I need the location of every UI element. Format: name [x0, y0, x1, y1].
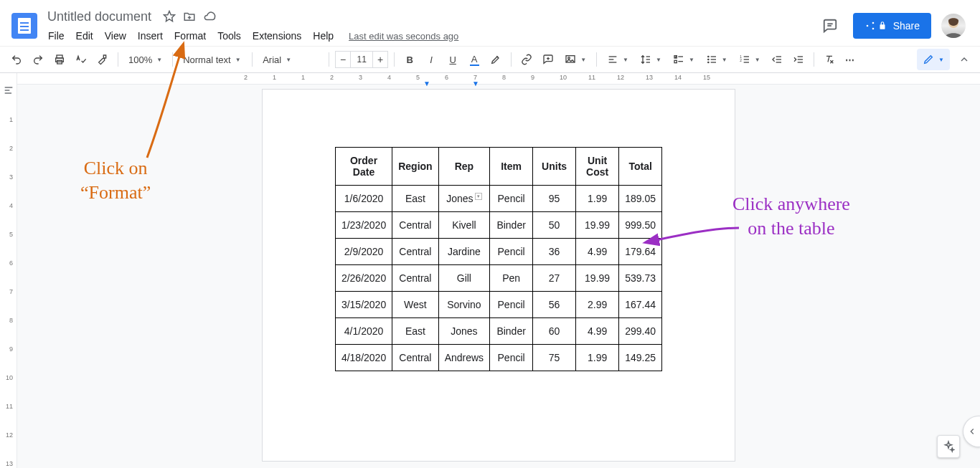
- table-cell[interactable]: Central: [392, 265, 438, 292]
- insert-link-button[interactable]: [517, 50, 536, 69]
- numbered-list-button[interactable]: 12▼: [735, 50, 765, 69]
- font-size-increase[interactable]: +: [372, 51, 388, 68]
- editing-mode-button[interactable]: ▼: [917, 49, 950, 70]
- font-select[interactable]: Arial▼: [258, 50, 323, 69]
- table-row[interactable]: 3/15/2020WestSorvinoPencil562.99167.44: [335, 292, 661, 318]
- table-cell[interactable]: Central: [392, 345, 438, 371]
- docs-home-button[interactable]: [6, 6, 43, 46]
- table-cell[interactable]: Pencil: [490, 239, 533, 265]
- line-spacing-button[interactable]: ▼: [636, 50, 666, 69]
- table-cell[interactable]: 539.73: [619, 265, 662, 292]
- table-cell[interactable]: 3/15/2020: [335, 292, 392, 318]
- table-row[interactable]: 2/9/2020CentralJardinePencil364.99179.64: [335, 239, 661, 265]
- italic-button[interactable]: I: [422, 50, 440, 69]
- table-cell[interactable]: 95: [533, 186, 576, 212]
- menu-edit[interactable]: Edit: [71, 27, 98, 44]
- spellcheck-button[interactable]: [72, 50, 90, 69]
- table-cell[interactable]: 1.99: [576, 186, 619, 212]
- table-header-cell[interactable]: OrderDate: [335, 148, 392, 186]
- table-cell[interactable]: Jones: [438, 318, 489, 345]
- table-cell[interactable]: 4.99: [576, 239, 619, 265]
- table-cell[interactable]: 299.40: [619, 318, 662, 345]
- table-row[interactable]: 4/1/2020EastJonesBinder604.99299.40: [335, 318, 661, 345]
- table-cell[interactable]: 4/1/2020: [335, 318, 392, 345]
- table-cell[interactable]: West: [392, 292, 438, 318]
- paragraph-style-select[interactable]: Normal text▼: [179, 50, 246, 69]
- underline-button[interactable]: U: [443, 50, 462, 69]
- last-edit-link[interactable]: Last edit was seconds ago: [349, 31, 458, 42]
- menu-view[interactable]: View: [100, 27, 131, 44]
- highlight-button[interactable]: [486, 50, 505, 69]
- table-cell[interactable]: 2/26/2020: [335, 265, 392, 292]
- table-header-cell[interactable]: Rep: [438, 148, 489, 186]
- table-cell[interactable]: Jardine: [438, 239, 489, 265]
- comments-history-button[interactable]: [817, 13, 843, 39]
- font-size-decrease[interactable]: −: [335, 51, 351, 68]
- hide-menus-button[interactable]: [956, 51, 973, 68]
- table-cell[interactable]: East: [392, 186, 438, 212]
- bold-button[interactable]: B: [400, 50, 419, 69]
- menu-extensions[interactable]: Extensions: [248, 27, 306, 44]
- table-row[interactable]: 4/18/2020CentralAndrewsPencil751.99149.2…: [335, 345, 661, 371]
- table-cell[interactable]: 4/18/2020: [335, 345, 392, 371]
- clear-formatting-button[interactable]: [820, 50, 839, 69]
- horizontal-ruler[interactable]: ▼ ▼ 21123456789101112131415: [17, 73, 980, 85]
- star-icon[interactable]: [163, 10, 176, 23]
- cloud-status-icon[interactable]: [203, 10, 216, 23]
- zoom-select[interactable]: 100%▼: [124, 50, 166, 69]
- checklist-button[interactable]: ▼: [669, 50, 699, 69]
- table-cell[interactable]: Kivell: [438, 212, 489, 239]
- table-cell[interactable]: 27: [533, 265, 576, 292]
- align-button[interactable]: ▼: [603, 50, 633, 69]
- table-cell[interactable]: 2.99: [576, 292, 619, 318]
- document-outline-button[interactable]: [3, 85, 14, 96]
- page[interactable]: OrderDateRegionRepItemUnitsUnitCostTotal…: [262, 89, 735, 462]
- table-cell[interactable]: 1.99: [576, 345, 619, 371]
- table-cell[interactable]: Pencil: [490, 292, 533, 318]
- table-header-cell[interactable]: Item: [490, 148, 533, 186]
- document-title[interactable]: Untitled document: [43, 8, 156, 26]
- table-cell[interactable]: Gill: [438, 265, 489, 292]
- print-button[interactable]: [50, 50, 69, 69]
- indent-button[interactable]: [789, 50, 808, 69]
- table-cell[interactable]: 1/6/2020: [335, 186, 392, 212]
- table-cell[interactable]: Jones▾: [438, 186, 489, 212]
- undo-button[interactable]: [7, 50, 26, 69]
- table-cell[interactable]: 189.05: [619, 186, 662, 212]
- share-button[interactable]: Share: [853, 13, 931, 39]
- table-cell[interactable]: Central: [392, 239, 438, 265]
- move-icon[interactable]: [183, 10, 196, 23]
- table-cell[interactable]: East: [392, 318, 438, 345]
- insert-comment-button[interactable]: [539, 50, 557, 69]
- menu-tools[interactable]: Tools: [212, 27, 246, 44]
- more-tools-button[interactable]: ⋯: [842, 50, 860, 69]
- table-cell[interactable]: Binder: [490, 212, 533, 239]
- font-size-value[interactable]: 11: [351, 51, 372, 68]
- table-cell[interactable]: 56: [533, 292, 576, 318]
- explore-button[interactable]: [937, 435, 960, 458]
- indent-start-marker[interactable]: ▼: [423, 80, 430, 87]
- table-cell[interactable]: 75: [533, 345, 576, 371]
- menu-help[interactable]: Help: [308, 27, 339, 44]
- table-cell[interactable]: 999.50: [619, 212, 662, 239]
- data-table[interactable]: OrderDateRegionRepItemUnitsUnitCostTotal…: [335, 147, 662, 371]
- menu-insert[interactable]: Insert: [133, 27, 168, 44]
- menu-file[interactable]: File: [43, 27, 70, 44]
- account-avatar[interactable]: [941, 14, 966, 38]
- table-header-cell[interactable]: UnitCost: [576, 148, 619, 186]
- menu-format[interactable]: Format: [169, 27, 211, 44]
- cell-dropdown-icon[interactable]: ▾: [475, 193, 482, 200]
- table-header-cell[interactable]: Region: [392, 148, 438, 186]
- table-cell[interactable]: Pencil: [490, 345, 533, 371]
- table-header-cell[interactable]: Units: [533, 148, 576, 186]
- table-cell[interactable]: 4.99: [576, 318, 619, 345]
- table-cell[interactable]: 1/23/2020: [335, 212, 392, 239]
- table-row[interactable]: 1/23/2020CentralKivellBinder5019.99999.5…: [335, 212, 661, 239]
- table-cell[interactable]: 179.64: [619, 239, 662, 265]
- table-cell[interactable]: 167.44: [619, 292, 662, 318]
- table-cell[interactable]: Pencil: [490, 186, 533, 212]
- table-row[interactable]: 2/26/2020CentralGillPen2719.99539.73: [335, 265, 661, 292]
- table-header-cell[interactable]: Total: [619, 148, 662, 186]
- table-cell[interactable]: 19.99: [576, 265, 619, 292]
- table-cell[interactable]: Andrews: [438, 345, 489, 371]
